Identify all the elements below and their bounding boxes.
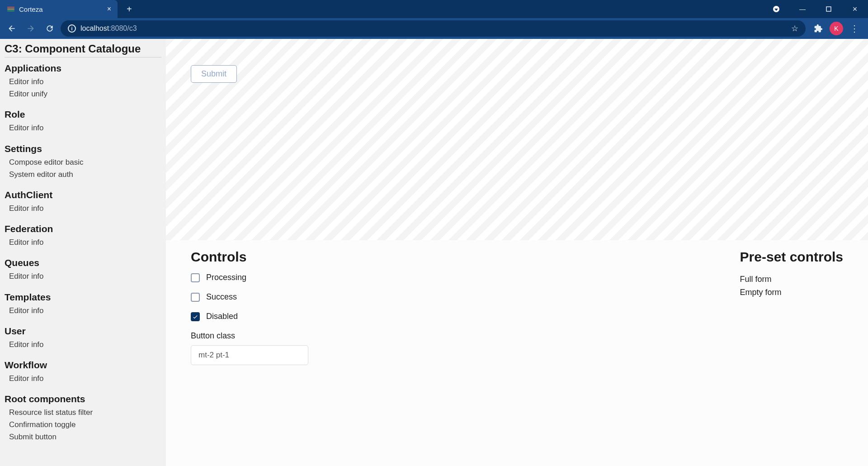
nav-items: Editor info xyxy=(5,236,161,248)
nav-section: ApplicationsEditor infoEditor unify xyxy=(5,63,161,100)
close-window-button[interactable]: × xyxy=(842,0,868,18)
nav-items: Compose editor basicSystem editor auth xyxy=(5,156,161,181)
nav-heading: AuthClient xyxy=(5,190,161,200)
nav-items: Editor info xyxy=(5,338,161,351)
nav-heading: Applications xyxy=(5,63,161,74)
page-body: C3: Component Catalogue ApplicationsEdit… xyxy=(0,39,868,466)
nav-item[interactable]: Confirmation toggle xyxy=(9,418,161,431)
tab-strip: Corteza × + xyxy=(0,0,136,18)
nav-items: Resource list status filterConfirmation … xyxy=(5,406,161,443)
nav-items: Editor info xyxy=(5,304,161,317)
disabled-checkbox[interactable] xyxy=(191,312,200,321)
nav-item[interactable]: System editor auth xyxy=(9,168,161,181)
maximize-button[interactable] xyxy=(816,0,842,18)
nav-items: Editor info xyxy=(5,372,161,385)
preset-full-form[interactable]: Full form xyxy=(740,273,843,286)
submit-button[interactable]: Submit xyxy=(191,65,237,83)
menu-icon[interactable]: ⋮ xyxy=(846,20,863,37)
address-bar-row: i localhost:8080/c3 ☆ K ⋮ xyxy=(0,18,868,39)
disabled-checkbox-row[interactable]: Disabled xyxy=(191,312,521,321)
controls-panel: Controls Processing Success Disabled But… xyxy=(191,249,521,365)
nav-item[interactable]: Editor info xyxy=(9,338,161,351)
window-controls: — × xyxy=(763,0,868,18)
toolbar-right: K ⋮ xyxy=(808,20,864,37)
processing-checkbox-row[interactable]: Processing xyxy=(191,273,521,282)
success-label: Success xyxy=(206,292,237,302)
extensions-icon[interactable] xyxy=(810,20,826,37)
nav-heading: Queues xyxy=(5,257,161,268)
nav-items: Editor info xyxy=(5,122,161,134)
disabled-label: Disabled xyxy=(206,312,238,321)
svg-rect-0 xyxy=(826,7,831,11)
minimize-button[interactable]: — xyxy=(789,0,816,18)
nav-items: Editor infoEditor unify xyxy=(5,76,161,100)
nav-section: UserEditor info xyxy=(5,326,161,351)
page-title: C3: Component Catalogue xyxy=(5,43,161,57)
nav-section: FederationEditor info xyxy=(5,223,161,248)
nav-item[interactable]: Editor info xyxy=(9,202,161,214)
url-text: localhost:8080/c3 xyxy=(80,24,787,33)
nav-heading: Root components xyxy=(5,394,161,404)
nav-heading: User xyxy=(5,326,161,337)
nav-section: TemplatesEditor info xyxy=(5,292,161,317)
site-info-icon[interactable]: i xyxy=(68,24,76,33)
nav-item[interactable]: Editor info xyxy=(9,236,161,248)
nav-items: Editor info xyxy=(5,270,161,282)
sidebar: C3: Component Catalogue ApplicationsEdit… xyxy=(0,39,166,466)
nav-item[interactable]: Submit button xyxy=(9,431,161,443)
main-content: Submit Controls Processing Success Disab… xyxy=(166,39,868,466)
controls-row: Controls Processing Success Disabled But… xyxy=(166,240,868,374)
reload-button[interactable] xyxy=(42,20,58,37)
nav-item[interactable]: Compose editor basic xyxy=(9,156,161,168)
processing-label: Processing xyxy=(206,273,246,282)
nav-section: AuthClientEditor info xyxy=(5,190,161,214)
nav-section: Root componentsResource list status filt… xyxy=(5,394,161,443)
tab-close-icon[interactable]: × xyxy=(107,5,111,13)
nav-item[interactable]: Editor unify xyxy=(9,88,161,100)
button-class-label: Button class xyxy=(191,331,521,341)
nav-item[interactable]: Editor info xyxy=(9,304,161,317)
nav-section: WorkflowEditor info xyxy=(5,360,161,385)
success-checkbox[interactable] xyxy=(191,293,200,302)
window-titlebar: Corteza × + — × xyxy=(0,0,868,18)
profile-avatar[interactable]: K xyxy=(828,20,844,37)
nav-section: RoleEditor info xyxy=(5,109,161,134)
new-tab-button[interactable]: + xyxy=(123,4,136,14)
nav-item[interactable]: Editor info xyxy=(9,372,161,385)
nav-section: SettingsCompose editor basicSystem edito… xyxy=(5,143,161,181)
account-indicator[interactable] xyxy=(763,0,789,18)
back-button[interactable] xyxy=(4,20,20,37)
controls-heading: Controls xyxy=(191,249,521,265)
address-bar[interactable]: i localhost:8080/c3 ☆ xyxy=(61,20,806,37)
nav-item[interactable]: Editor info xyxy=(9,76,161,88)
nav-section: QueuesEditor info xyxy=(5,257,161,282)
favicon-icon xyxy=(7,5,14,13)
nav-heading: Workflow xyxy=(5,360,161,371)
nav-heading: Federation xyxy=(5,223,161,234)
nav-heading: Templates xyxy=(5,292,161,303)
nav-heading: Role xyxy=(5,109,161,120)
nav-item[interactable]: Editor info xyxy=(9,270,161,282)
forward-button xyxy=(23,20,39,37)
nav-heading: Settings xyxy=(5,143,161,154)
preset-empty-form[interactable]: Empty form xyxy=(740,286,843,299)
success-checkbox-row[interactable]: Success xyxy=(191,292,521,302)
presets-panel: Pre-set controls Full form Empty form xyxy=(740,249,843,365)
processing-checkbox[interactable] xyxy=(191,273,200,282)
nav-item[interactable]: Editor info xyxy=(9,122,161,134)
bookmark-star-icon[interactable]: ☆ xyxy=(791,24,798,33)
presets-heading: Pre-set controls xyxy=(740,249,843,265)
nav-items: Editor info xyxy=(5,202,161,214)
button-class-input[interactable] xyxy=(191,345,308,365)
nav-item[interactable]: Resource list status filter xyxy=(9,406,161,418)
preview-panel: Submit xyxy=(166,39,868,240)
tab-title: Corteza xyxy=(19,5,43,13)
browser-tab[interactable]: Corteza × xyxy=(0,0,118,18)
